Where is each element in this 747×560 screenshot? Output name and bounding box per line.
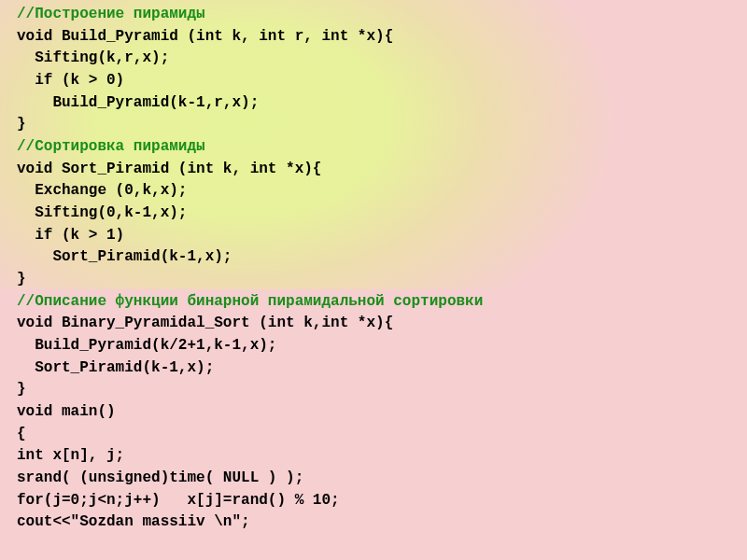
code-line: void Sort_Piramid (int k, int *x){	[17, 161, 321, 177]
comment-line: //Описание функции бинарной пирамидально…	[17, 293, 483, 310]
code-line: if (k > 1)	[17, 227, 124, 244]
code-line: Exchange (0,k,x);	[17, 182, 187, 199]
code-line: }	[17, 381, 26, 398]
code-line: if (k > 0)	[17, 72, 124, 89]
code-line: }	[17, 116, 26, 133]
code-line: void main()	[17, 403, 116, 420]
code-line: int x[n], j;	[17, 447, 124, 464]
comment-line: //Построение пирамиды	[17, 6, 205, 22]
code-line: for(j=0;j<n;j++) x[j]=rand() % 10;	[17, 492, 340, 509]
code-block: //Построение пирамиды void Build_Pyramid…	[0, 0, 747, 534]
code-line: Sifting(0,k-1,x);	[17, 204, 187, 221]
code-line: Sort_Piramid(k-1,x);	[17, 248, 232, 265]
code-line: {	[17, 426, 26, 442]
code-line: Sort_Piramid(k-1,x);	[17, 359, 214, 376]
code-line: void Binary_Pyramidal_Sort (int k,int *x…	[17, 315, 393, 331]
code-line: }	[17, 271, 26, 287]
code-line: cout<<"Sozdan massiiv \n";	[17, 513, 250, 530]
code-line: srand( (unsigned)time( NULL ) );	[17, 469, 303, 486]
code-line: void Build_Pyramid (int k, int r, int *x…	[17, 28, 393, 45]
comment-line: //Сортировка пирамиды	[17, 138, 205, 155]
code-line: Build_Pyramid(k/2+1,k-1,x);	[17, 337, 276, 354]
code-line: Build_Pyramid(k-1,r,x);	[17, 94, 259, 111]
code-line: Sifting(k,r,x);	[17, 49, 169, 66]
